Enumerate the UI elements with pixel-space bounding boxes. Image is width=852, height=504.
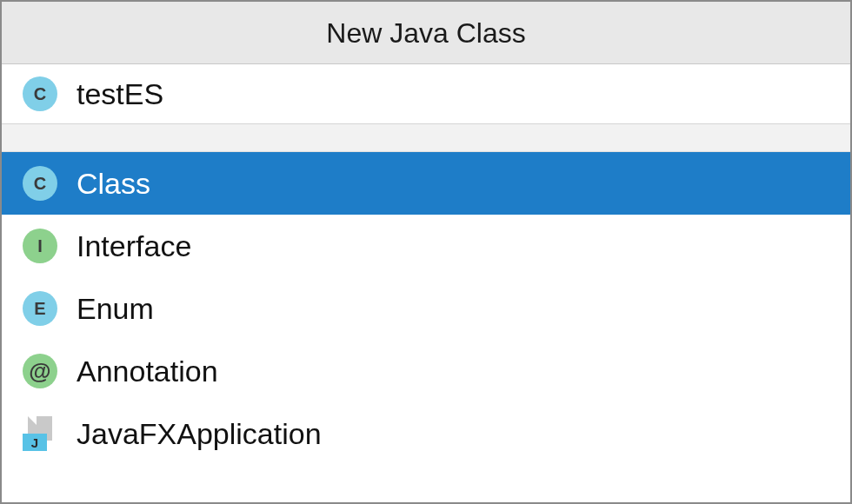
kind-label: Class bbox=[77, 167, 150, 201]
kind-label: Enum bbox=[77, 292, 154, 326]
kind-item-javafx[interactable]: J JavaFXApplication bbox=[2, 402, 850, 465]
kind-list: C Class I Interface E Enum @ Annotation … bbox=[2, 152, 850, 502]
kind-item-enum[interactable]: E Enum bbox=[2, 277, 850, 340]
interface-icon: I bbox=[23, 229, 57, 263]
kind-label: JavaFXApplication bbox=[77, 417, 322, 451]
javafx-file-icon: J bbox=[23, 416, 57, 451]
enum-icon: E bbox=[23, 291, 57, 326]
class-name-input[interactable] bbox=[77, 77, 829, 111]
name-input-row: C bbox=[2, 64, 850, 124]
kind-item-annotation[interactable]: @ Annotation bbox=[2, 340, 850, 402]
list-separator bbox=[2, 124, 850, 152]
class-icon: C bbox=[23, 166, 57, 201]
kind-item-interface[interactable]: I Interface bbox=[2, 215, 850, 277]
dialog-title: New Java Class bbox=[2, 2, 850, 64]
annotation-icon: @ bbox=[23, 354, 57, 388]
class-icon: C bbox=[23, 76, 57, 111]
kind-label: Annotation bbox=[77, 355, 218, 388]
new-java-class-dialog: New Java Class C C Class I Interface E E… bbox=[0, 0, 852, 504]
kind-item-class[interactable]: C Class bbox=[2, 152, 850, 215]
kind-label: Interface bbox=[77, 229, 191, 263]
